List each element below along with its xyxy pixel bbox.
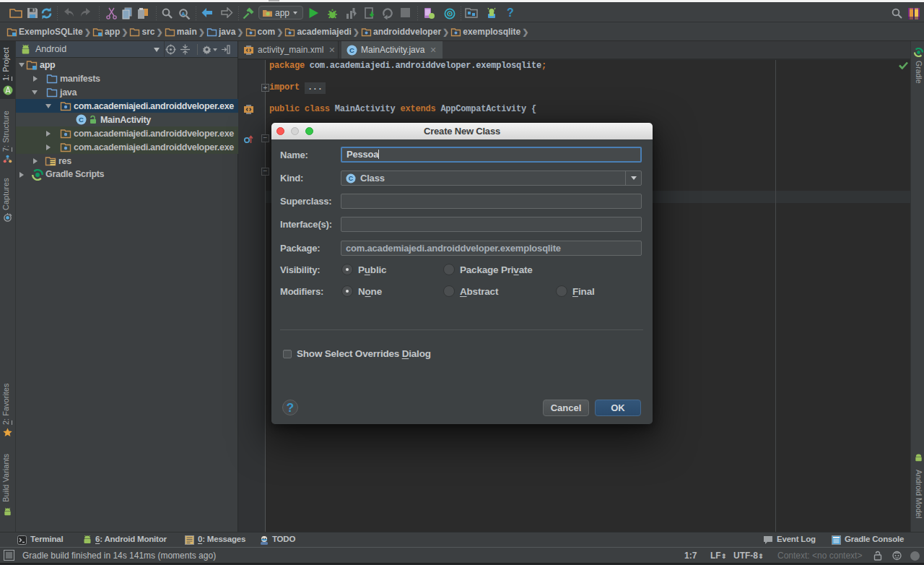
svg-text:C: C <box>349 46 354 54</box>
svg-text:C: C <box>349 175 354 182</box>
svg-text:C: C <box>79 116 84 124</box>
svg-text:A: A <box>181 11 186 17</box>
